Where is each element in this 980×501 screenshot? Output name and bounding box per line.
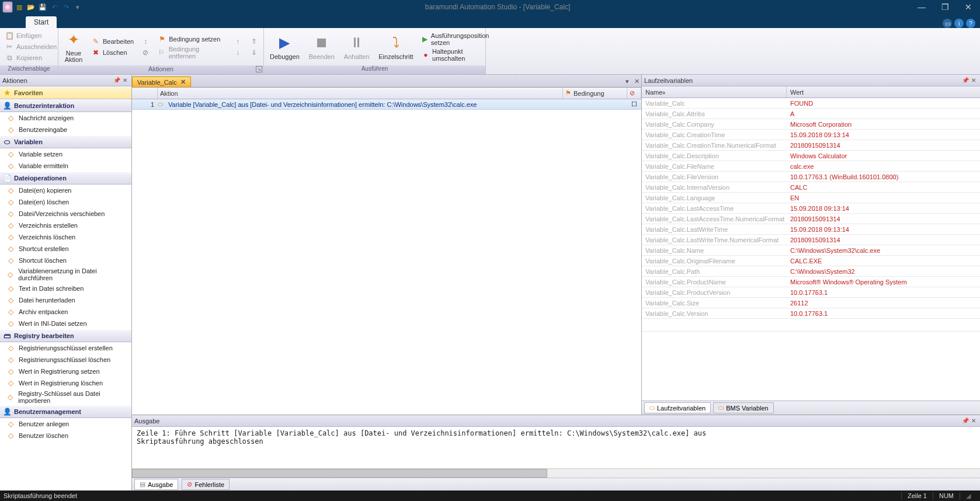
variable-row[interactable]: Variable_Calc.InternalVersionCALC: [642, 182, 980, 193]
sidebar-item[interactable]: ◇Datei(en) löschen: [0, 196, 131, 208]
sidebar-item[interactable]: ◇Registrierungsschlüssel erstellen: [0, 342, 131, 354]
variable-row[interactable]: Variable_Calc.LastWriteTime.NumericalFor…: [642, 235, 980, 245]
step-button[interactable]: ⤵Einzelschritt: [375, 32, 416, 61]
toggle-enable-button[interactable]: ⊘: [138, 47, 152, 58]
tab-output[interactable]: ▤Ausgabe: [134, 479, 178, 490]
open-icon[interactable]: 📂: [26, 2, 36, 12]
sidebar-item[interactable]: ◇Benutzereingabe: [0, 124, 131, 135]
arrow-down2-button[interactable]: ⇓: [247, 47, 261, 58]
col-num[interactable]: [132, 88, 158, 99]
sidebar-item[interactable]: ◇Benutzer anlegen: [0, 418, 131, 430]
sidebar-item[interactable]: ◇Variablenersetzung in Datei durchführen: [0, 266, 131, 283]
new-icon[interactable]: ▥: [14, 2, 25, 12]
sidebar-section[interactable]: ⬭Variablen: [0, 135, 131, 148]
variable-row[interactable]: Variable_Calc.AttribsA: [642, 109, 980, 119]
script-body[interactable]: 1⬭Variable [Variable_Calc] aus [Datei- u…: [132, 99, 641, 415]
sidebar-item[interactable]: ◇Verzeichnis erstellen: [0, 220, 131, 231]
variable-row[interactable]: Variable_Calc.ProductVersion10.0.17763.1: [642, 287, 980, 298]
output-scrollbar[interactable]: [132, 468, 980, 478]
variable-row[interactable]: Variable_CalcFOUND: [642, 98, 980, 109]
sidebar-item[interactable]: ◇Variable setzen: [0, 148, 131, 160]
close-panel-icon[interactable]: ✕: [969, 76, 978, 85]
close-panel-icon[interactable]: ✕: [969, 417, 978, 425]
sidebar-section-favorites[interactable]: ★Favoriten: [0, 86, 131, 99]
sidebar-item[interactable]: ◇Shortcut erstellen: [0, 243, 131, 255]
set-exec-pos-button[interactable]: ▶Ausführungsposition setzen: [419, 32, 494, 47]
tab-runtime-vars[interactable]: ⬭Laufzeitvariablen: [644, 402, 711, 413]
app-orb[interactable]: [2, 2, 13, 12]
output-text[interactable]: Zeile 1: Führe Schritt [Variable [Variab…: [132, 427, 980, 468]
variable-row[interactable]: Variable_Calc.OriginalFilenameCALC.EXE: [642, 256, 980, 266]
condition-remove-button[interactable]: ⚐Bedingung entfernen: [155, 45, 228, 60]
edit-button[interactable]: ✎Bearbeiten: [89, 36, 136, 47]
col-action[interactable]: Aktion: [158, 88, 563, 99]
sidebar-item[interactable]: ◇Text in Datei schreiben: [0, 283, 131, 294]
new-action-button[interactable]: ✦ Neue Aktion: [61, 29, 86, 64]
variable-row[interactable]: Variable_Calc.CreationTime.NumericalForm…: [642, 140, 980, 151]
help-icon[interactable]: ?: [966, 19, 975, 28]
variable-row[interactable]: Variable_Calc.CompanyMicrosoft Corporati…: [642, 119, 980, 130]
info-icon[interactable]: i: [954, 19, 964, 28]
variable-row[interactable]: Variable_Calc.Size26112: [642, 298, 980, 308]
close-tab-icon[interactable]: ✕: [180, 78, 186, 86]
tab-bms-vars[interactable]: ⬭BMS Variablen: [713, 402, 774, 413]
dialog-launcher-icon[interactable]: ↘: [256, 66, 262, 72]
col-condition[interactable]: ⚑Bedingung: [563, 88, 627, 99]
copy-button[interactable]: ⧉Kopieren: [2, 53, 59, 63]
window-list-icon[interactable]: ▭: [943, 19, 952, 28]
arrow-down-button[interactable]: ↓: [231, 47, 245, 58]
scrollbar-thumb[interactable]: [132, 469, 547, 478]
variable-row[interactable]: Variable_Calc.LanguageEN: [642, 193, 980, 203]
sidebar-item[interactable]: ◇Datei herunterladen: [0, 294, 131, 306]
sidebar-item[interactable]: ◇Registry-Schlüssel aus Datei importiere…: [0, 389, 131, 405]
toggle-breakpoint-button[interactable]: ●Haltepunkt umschalten: [419, 47, 494, 62]
variable-row[interactable]: Variable_Calc.FileVersion10.0.17763.1 (W…: [642, 172, 980, 182]
maximize-button[interactable]: ❐: [933, 0, 957, 14]
variable-row[interactable]: Variable_Calc.ProductNameMicrosoft® Wind…: [642, 277, 980, 287]
pin-icon[interactable]: 📌: [961, 417, 969, 425]
sidebar-item[interactable]: ◇Wert in Registrierung löschen: [0, 377, 131, 389]
col-name[interactable]: Name▴: [642, 86, 787, 98]
sidebar-item[interactable]: ◇Verzeichnis löschen: [0, 231, 131, 243]
sidebar-item[interactable]: ◇Wert in INI-Datei setzen: [0, 318, 131, 329]
sidebar-item[interactable]: ◇Datei/Verzeichnis verschieben: [0, 208, 131, 220]
col-checkbox[interactable]: ⊘: [627, 88, 641, 99]
arrow-up-button[interactable]: ↑: [231, 36, 245, 47]
sidebar-section[interactable]: 👤Benutzermanagement: [0, 405, 131, 418]
variable-row[interactable]: Variable_Calc.Version10.0.17763.1: [642, 308, 980, 319]
qat-dropdown-icon[interactable]: ▾: [72, 2, 83, 12]
condition-set-button[interactable]: ⚑Bedingung setzen: [155, 34, 228, 44]
minimize-button[interactable]: —: [910, 0, 933, 14]
close-button[interactable]: ✕: [957, 0, 980, 14]
variable-row[interactable]: Variable_Calc.LastAccessTime.NumericalFo…: [642, 214, 980, 224]
paste-button[interactable]: 📋Einfügen: [2, 30, 59, 41]
sort-icon[interactable]: ▴: [662, 88, 669, 96]
sidebar-item[interactable]: ◇Wert in Registrierung setzen: [0, 366, 131, 377]
stop-button[interactable]: ⏹Beenden: [305, 32, 338, 61]
sidebar-section[interactable]: 📄Dateioperationen: [0, 172, 131, 185]
variable-row[interactable]: Variable_Calc.PathC:\Windows\System32: [642, 266, 980, 277]
document-tab[interactable]: Variable_Calc ✕: [132, 76, 191, 87]
debug-button[interactable]: ▶Debuggen: [266, 32, 303, 61]
sidebar-item[interactable]: ◇Registrierungsschlüssel löschen: [0, 354, 131, 366]
row-checkbox[interactable]: ☐: [627, 100, 641, 108]
variable-row[interactable]: Variable_Calc.FileNamecalc.exe: [642, 161, 980, 172]
sidebar-item[interactable]: ◇Variable ermitteln: [0, 160, 131, 172]
variable-row[interactable]: Variable_Calc.DescriptionWindows Calcula…: [642, 151, 980, 161]
tab-errorlist[interactable]: ⊘Fehlerliste: [182, 479, 230, 490]
redo-icon[interactable]: ↷: [61, 2, 71, 12]
vars-grid-body[interactable]: Variable_CalcFOUNDVariable_Calc.AttribsA…: [642, 98, 980, 401]
sidebar-item[interactable]: ◇Nachricht anzeigen: [0, 112, 131, 124]
variable-row[interactable]: Variable_Calc.LastAccessTime15.09.2018 0…: [642, 203, 980, 214]
pin-icon[interactable]: 📌: [961, 76, 969, 85]
variable-row[interactable]: Variable_Calc.NameC:\Windows\System32\ca…: [642, 245, 980, 256]
delete-button[interactable]: ✖Löschen: [89, 47, 136, 58]
pin-icon[interactable]: 📌: [113, 76, 121, 85]
close-panel-icon[interactable]: ✕: [121, 76, 129, 85]
variable-row[interactable]: Variable_Calc.CreationTime15.09.2018 09:…: [642, 130, 980, 140]
variable-row[interactable]: Variable_Calc.LastWriteTime15.09.2018 09…: [642, 224, 980, 235]
save-icon[interactable]: 💾: [37, 2, 48, 12]
sidebar-item[interactable]: ◇Benutzer löschen: [0, 430, 131, 441]
sidebar-item[interactable]: ◇Datei(en) kopieren: [0, 185, 131, 196]
move-up-button[interactable]: ↕: [138, 36, 152, 47]
